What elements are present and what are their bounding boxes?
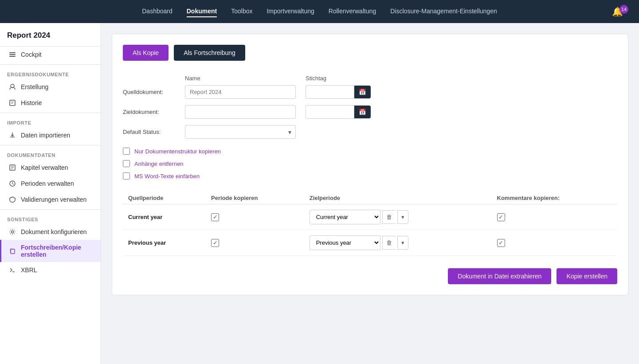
checkbox-row-3: MS Word-Texte einfärben — [123, 172, 617, 180]
quelldokument-label: Quelldokument: — [123, 89, 185, 95]
quelldokument-date-group: 31.12.2024 📅 — [306, 85, 398, 99]
checkmark-current: ✓ — [213, 214, 218, 220]
cockpit-icon — [8, 51, 16, 59]
comment-check-current-cell: ✓ — [492, 204, 617, 230]
sidebar-divider-3 — [0, 145, 101, 145]
sidebar-item-daten-importieren[interactable]: Daten importieren — [0, 127, 101, 143]
svg-rect-1 — [9, 54, 16, 55]
als-fortschreibung-button[interactable]: Als Fortschreibung — [174, 45, 245, 61]
checkbox-nur-dokumentenstruktur[interactable] — [123, 148, 130, 155]
name-header: Name — [185, 73, 300, 83]
sidebar-item-fortschreiben[interactable]: Fortschreiben/Kopie erstellen — [0, 240, 101, 262]
copy-icon — [8, 247, 16, 255]
nav-toolbox[interactable]: Toolbox — [231, 6, 252, 17]
sidebar-title: Report 2024 — [0, 23, 101, 47]
checkbox-row-1: Nur Dokumentenstruktur kopieren — [123, 148, 617, 155]
calendar-icon: 📅 — [359, 89, 366, 95]
target-period-current-cell: Current year Previous year 🗑 ▾ — [304, 204, 492, 230]
sidebar-xbrl-label: XBRL — [21, 266, 37, 274]
zieldokument-input[interactable]: Copy of Report 2024 — [185, 105, 296, 119]
bottom-actions: Dokument in Datei extrahieren Kopie erst… — [123, 268, 617, 284]
svg-rect-2 — [9, 56, 16, 57]
quelldokument-date-input[interactable]: 31.12.2024 — [306, 85, 354, 99]
main-card: Als Kopie Als Fortschreibung Name Sticht… — [112, 34, 628, 295]
checkmark-previous: ✓ — [213, 239, 218, 246]
zieldokument-date-group: 31.12.2024 📅 — [306, 105, 398, 119]
sidebar-fortschreiben-label: Fortschreiben/Kopie erstellen — [21, 244, 94, 258]
source-period-current: Current year — [123, 204, 206, 230]
create-copy-button[interactable]: Kopie erstellen — [557, 268, 617, 284]
checkbox-label-3: MS Word-Texte einfärben — [134, 173, 200, 180]
target-period-dropdown-current[interactable]: ▾ — [397, 210, 408, 224]
sidebar-item-xbrl[interactable]: XBRL — [0, 262, 101, 278]
extract-button[interactable]: Dokument in Datei extrahieren — [448, 268, 551, 284]
zieldokument-date-input[interactable]: 31.12.2024 — [306, 105, 354, 119]
svg-rect-4 — [10, 100, 15, 106]
sidebar-divider-4 — [0, 209, 101, 210]
sidebar-item-kapitel[interactable]: Kapitel verwalten — [0, 160, 101, 176]
sidebar-historie-label: Historie — [21, 99, 42, 106]
zieldokument-label: Zieldokument: — [123, 109, 185, 115]
checkbox-anhaenge-entfernen[interactable] — [123, 160, 130, 167]
zieldokument-calendar-button[interactable]: 📅 — [354, 106, 371, 118]
comment-check-previous-cell: ✓ — [492, 230, 617, 256]
sidebar-section-ergebnisdokumente: ERGEBNISDOKUMENTE — [0, 67, 101, 79]
target-period-group-previous: Current year Previous year 🗑 ▾ — [310, 235, 486, 250]
copy-checkbox-previous[interactable]: ✓ — [211, 239, 219, 247]
perioden-icon — [8, 180, 16, 188]
sidebar-section-importe: IMPORTE — [0, 115, 101, 127]
sidebar-item-erstellung[interactable]: Erstellung — [0, 79, 101, 95]
nav-dokument[interactable]: Dokument — [187, 6, 217, 17]
period-table: Quellperiode Periode kopieren Zielperiod… — [123, 192, 617, 256]
checkbox-label-1: Nur Dokumentenstruktur kopieren — [134, 148, 221, 155]
checkbox-ms-word[interactable] — [123, 172, 130, 180]
sidebar-item-konfigurieren[interactable]: Dokument konfigurieren — [0, 224, 101, 240]
checkbox-row-2: Anhänge entfernen — [123, 160, 617, 167]
svg-rect-0 — [9, 52, 16, 53]
col-periode-kopieren: Periode kopieren — [206, 192, 304, 204]
sidebar-cockpit-label: Cockpit — [21, 51, 42, 58]
kapitel-icon — [8, 164, 16, 172]
default-status-label: Default Status: — [123, 129, 185, 135]
sidebar-item-cockpit[interactable]: Cockpit — [0, 47, 101, 63]
table-row: Current year ✓ Current year Previous yea… — [123, 204, 617, 230]
target-period-select-current[interactable]: Current year Previous year — [310, 210, 380, 224]
sidebar-section-dokumentdaten: DOKUMENTDATEN — [0, 147, 101, 160]
nav-rollenverwaltung[interactable]: Rollenverwaltung — [329, 6, 376, 17]
comment-checkbox-previous[interactable]: ✓ — [497, 239, 505, 247]
checkbox-section: Nur Dokumentenstruktur kopieren Anhänge … — [123, 148, 617, 180]
col-zielperiode: Zielperiode — [304, 192, 492, 204]
svg-point-7 — [12, 231, 14, 233]
target-period-select-previous[interactable]: Current year Previous year — [310, 235, 380, 250]
main-layout: Report 2024 Cockpit ERGEBNISDOKUMENTE — [0, 23, 639, 364]
form-headers: Name Stichtag — [123, 73, 617, 83]
import-icon — [8, 131, 16, 139]
nav-disclosure[interactable]: Disclosure-Management-Einstellungen — [390, 6, 497, 17]
als-kopie-button[interactable]: Als Kopie — [123, 45, 169, 61]
quelldokument-input[interactable] — [185, 85, 296, 99]
nav-dashboard[interactable]: Dashboard — [142, 6, 172, 17]
config-icon — [8, 228, 16, 236]
copy-checkbox-current[interactable]: ✓ — [211, 213, 219, 221]
notification-bell[interactable]: 🔔 14 — [612, 6, 628, 17]
validierungen-icon — [8, 196, 16, 204]
quelldokument-calendar-button[interactable]: 📅 — [354, 86, 371, 98]
sidebar-item-validierungen[interactable]: Validierungen verwalten — [0, 192, 101, 207]
sidebar-item-perioden[interactable]: Perioden verwalten — [0, 176, 101, 192]
sidebar-divider-2 — [0, 113, 101, 113]
comment-checkbox-current[interactable]: ✓ — [497, 213, 505, 221]
target-period-delete-previous[interactable]: 🗑 — [382, 236, 396, 250]
period-table-body: Current year ✓ Current year Previous yea… — [123, 204, 617, 256]
sidebar-erstellung-label: Erstellung — [21, 83, 48, 90]
target-period-dropdown-previous[interactable]: ▾ — [397, 236, 408, 250]
target-period-delete-current[interactable]: 🗑 — [382, 210, 396, 224]
default-status-select[interactable] — [185, 125, 296, 139]
erstellung-icon — [8, 83, 16, 91]
sidebar-kapitel-label: Kapitel verwalten — [21, 164, 68, 171]
period-table-header: Quellperiode Periode kopieren Zielperiod… — [123, 192, 617, 204]
nav-importverwaltung[interactable]: Importverwaltung — [267, 6, 314, 17]
sidebar-item-historie[interactable]: Historie — [0, 95, 101, 111]
col-kommentare: Kommentare kopieren: — [492, 192, 617, 204]
svg-rect-8 — [11, 249, 15, 254]
target-period-group-current: Current year Previous year 🗑 ▾ — [310, 210, 486, 224]
